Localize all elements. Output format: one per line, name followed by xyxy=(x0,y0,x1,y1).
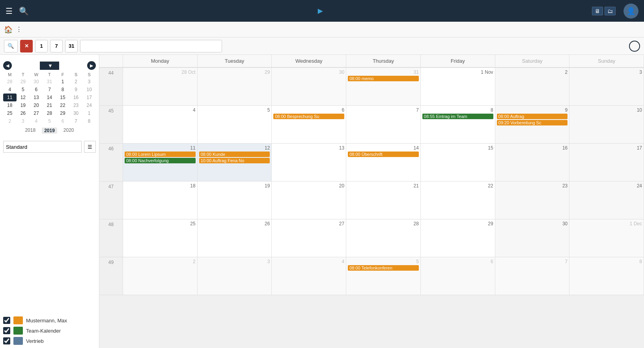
cal-day-cell[interactable]: 8 xyxy=(569,257,644,295)
year-2019[interactable]: 2019 xyxy=(42,127,57,134)
cal-day-cell[interactable]: 26 xyxy=(198,219,272,257)
cal-day-cell[interactable]: 908:00 Auftrag09:20 Vorbereitung Sc xyxy=(495,106,570,143)
mini-cal-day[interactable]: 26 xyxy=(17,109,30,117)
cal-day-cell[interactable]: 1408:00 Überschrift xyxy=(346,144,421,181)
cal-day-cell[interactable]: 808:55 Eintrag im Team xyxy=(421,106,495,143)
prev-month-button[interactable]: ◀ xyxy=(3,61,12,70)
cal-day-cell[interactable]: 10 xyxy=(569,106,644,143)
cal-day-cell[interactable]: 4 xyxy=(123,106,198,143)
info-button[interactable] xyxy=(629,41,640,52)
cal-day-cell[interactable]: 20 xyxy=(272,181,346,219)
cal-day-cell[interactable]: 15 xyxy=(421,144,495,181)
mini-cal-day[interactable]: 31 xyxy=(43,78,56,86)
calendar-event[interactable]: 08:00 Kunde xyxy=(199,152,270,157)
cal-day-cell[interactable]: 21 xyxy=(346,181,421,219)
mini-cal-day[interactable]: 6 xyxy=(56,117,69,125)
cal-day-cell[interactable]: 29 xyxy=(198,68,272,105)
calendar-event[interactable]: 08:00 Nachverfolgung xyxy=(125,158,196,163)
mini-cal-day[interactable]: 25 xyxy=(3,109,17,117)
more-options-icon[interactable]: ⋮ xyxy=(16,26,22,33)
mini-cal-day[interactable]: 5 xyxy=(17,86,30,94)
mini-cal-day[interactable]: 8 xyxy=(56,86,69,94)
mini-cal-day[interactable]: 23 xyxy=(69,101,83,109)
cal-day-cell[interactable]: 4 xyxy=(272,257,346,295)
cal-day-cell[interactable]: 5 xyxy=(198,106,272,143)
mini-cal-day[interactable]: 16 xyxy=(69,94,83,101)
cal-day-cell[interactable]: 23 xyxy=(495,181,570,219)
calendar-filter-select[interactable]: Standard xyxy=(3,141,82,153)
calendar-event[interactable]: 08:00 Überschrift xyxy=(348,152,419,157)
dropdown-menu-button[interactable]: ☰ xyxy=(84,141,96,153)
month-view-button[interactable]: 31 xyxy=(65,40,78,52)
calendar-event[interactable]: 08:00 memo xyxy=(348,76,419,81)
cal-day-cell[interactable]: 1208:00 Kunde10:00 Auftrag Fena No xyxy=(198,144,272,181)
badge-messages[interactable]: 🗂 xyxy=(605,7,616,15)
cal-day-cell[interactable]: 17 xyxy=(569,144,644,181)
mini-cal-day[interactable]: 24 xyxy=(82,101,96,109)
clear-button[interactable]: ✕ xyxy=(20,40,33,52)
cal-day-cell[interactable]: 3 xyxy=(569,68,644,105)
cal-day-cell[interactable]: 29 xyxy=(421,219,495,257)
cal-day-cell[interactable]: 7 xyxy=(346,106,421,143)
cal-day-cell[interactable]: 1108:00 Lorem Lipsum08:00 Nachverfolgung xyxy=(123,144,198,181)
mini-cal-day[interactable]: 4 xyxy=(3,86,17,94)
toolbar-search-input[interactable] xyxy=(80,40,222,52)
calendar-event[interactable]: 08:00 Besprechung Su xyxy=(273,114,344,119)
cal-day-cell[interactable]: 27 xyxy=(272,219,346,257)
calendar-check-max[interactable] xyxy=(3,317,10,324)
mini-cal-day[interactable]: 15 xyxy=(56,94,69,101)
search-button[interactable]: 🔍 xyxy=(4,40,18,52)
month-selector[interactable]: ▼ xyxy=(40,62,59,70)
mini-cal-day[interactable]: 2 xyxy=(69,78,83,86)
mini-cal-day[interactable]: 8 xyxy=(82,117,96,125)
cal-day-cell[interactable]: 30 xyxy=(495,219,570,257)
mini-cal-day[interactable]: 1 xyxy=(82,109,96,117)
cal-day-cell[interactable]: 28 Oct xyxy=(123,68,198,105)
mini-cal-day[interactable]: 6 xyxy=(30,86,43,94)
mini-cal-day[interactable]: 5 xyxy=(43,117,56,125)
mini-cal-day[interactable]: 10 xyxy=(82,86,96,94)
cal-day-cell[interactable]: 3108:00 memo xyxy=(346,68,421,105)
mini-cal-day[interactable]: 30 xyxy=(30,78,43,86)
week-view-button[interactable]: 7 xyxy=(50,40,63,52)
calendar-event[interactable]: 08:55 Eintrag im Team xyxy=(422,114,493,119)
cal-day-cell[interactable]: 18 xyxy=(123,181,198,219)
mini-cal-day[interactable]: 20 xyxy=(30,101,43,109)
cal-day-cell[interactable]: 508:00 Telefonkonferen xyxy=(346,257,421,295)
cal-day-cell[interactable]: 6 xyxy=(421,257,495,295)
cal-day-cell[interactable]: 3 xyxy=(198,257,272,295)
year-2018[interactable]: 2018 xyxy=(25,127,35,134)
mini-cal-day[interactable]: 29 xyxy=(56,109,69,117)
mini-cal-day[interactable]: 12 xyxy=(17,94,30,101)
avatar[interactable]: 👤 xyxy=(623,4,638,19)
mini-cal-day[interactable]: 21 xyxy=(43,101,56,109)
cal-day-cell[interactable]: 13 xyxy=(272,144,346,181)
hamburger-icon[interactable]: ☰ xyxy=(6,6,13,16)
mini-cal-day[interactable]: 19 xyxy=(17,101,30,109)
mini-cal-day[interactable]: 14 xyxy=(43,94,56,101)
mini-cal-day[interactable]: 28 xyxy=(3,78,17,86)
mini-cal-day[interactable]: 17 xyxy=(82,94,96,101)
cal-day-cell[interactable]: 1 Nov xyxy=(421,68,495,105)
mini-cal-day[interactable]: 28 xyxy=(43,109,56,117)
next-month-button[interactable]: ▶ xyxy=(87,61,96,70)
cal-day-cell[interactable]: 19 xyxy=(198,181,272,219)
mini-cal-day[interactable]: 30 xyxy=(69,109,83,117)
cal-day-cell[interactable]: 30 xyxy=(272,68,346,105)
calendar-check-vertrieb[interactable] xyxy=(3,337,10,344)
calendar-event[interactable]: 08:00 Telefonkonferen xyxy=(348,265,419,271)
home-icon[interactable]: 🏠 xyxy=(4,25,13,34)
calendar-event[interactable]: 08:00 Lorem Lipsum xyxy=(125,152,196,157)
mini-cal-day[interactable]: 9 xyxy=(69,86,83,94)
calendar-event[interactable]: 09:20 Vorbereitung Sc xyxy=(497,120,568,125)
mini-cal-day[interactable]: 7 xyxy=(43,86,56,94)
day-view-button[interactable]: 1 xyxy=(35,40,48,52)
search-icon[interactable]: 🔍 xyxy=(19,6,29,16)
cal-day-cell[interactable]: 28 xyxy=(346,219,421,257)
mini-cal-day[interactable]: 1 xyxy=(56,78,69,86)
calendar-event[interactable]: 10:00 Auftrag Fena No xyxy=(199,158,270,163)
cal-day-cell[interactable]: 1 Dec xyxy=(569,219,644,257)
badge-monitor[interactable]: 🖥 xyxy=(592,7,603,15)
mini-cal-day[interactable]: 4 xyxy=(30,117,43,125)
cal-day-cell[interactable]: 22 xyxy=(421,181,495,219)
